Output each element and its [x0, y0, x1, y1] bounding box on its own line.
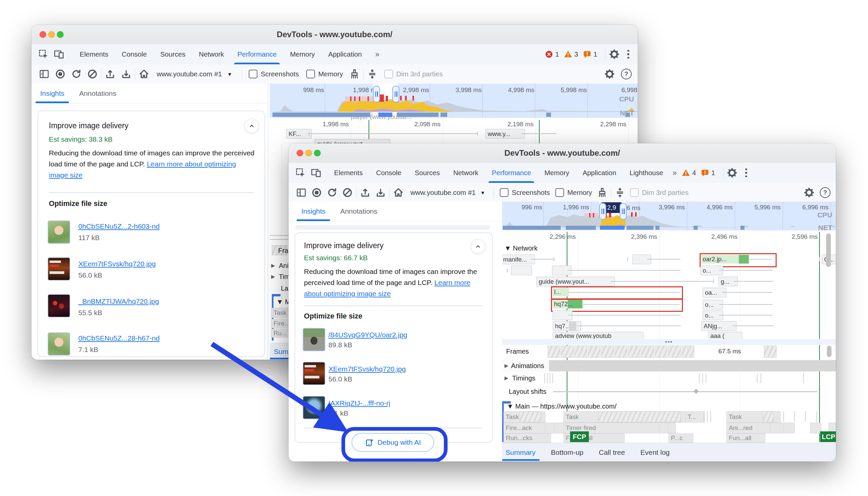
tab-application[interactable]: Application [322, 44, 369, 64]
network-request[interactable]: manife... [502, 254, 535, 264]
task-segment[interactable] [783, 423, 795, 433]
device-toolbar-icon[interactable] [311, 168, 321, 178]
error-count[interactable]: 1 [555, 50, 559, 58]
task-segment[interactable]: T... [685, 411, 705, 423]
network-request[interactable]: www.y... [485, 129, 525, 139]
tab-elements[interactable]: Elements [73, 44, 115, 64]
issues-count[interactable]: 1 [711, 169, 715, 177]
minimize-button[interactable] [48, 31, 55, 38]
garbage-collect-icon[interactable] [349, 69, 360, 79]
inspect-icon[interactable] [38, 49, 49, 60]
settings-gear-icon[interactable] [727, 168, 737, 178]
warning-count[interactable]: 3 [575, 50, 578, 58]
disclosure-triangle-icon[interactable]: ▶ [504, 375, 509, 381]
fcp-marker-badge[interactable]: FCP [570, 431, 589, 442]
network-request[interactable]: aaa ( [708, 332, 742, 340]
help-icon[interactable]: ? [820, 187, 831, 198]
dim-3rd-parties-checkbox[interactable] [630, 188, 639, 197]
vertical-scrollbar[interactable] [826, 233, 831, 267]
settings-gear-icon[interactable] [804, 187, 815, 198]
network-request[interactable] [511, 266, 532, 275]
zoom-button[interactable] [57, 31, 64, 38]
clear-icon[interactable] [87, 69, 98, 79]
issues-badge-icon[interactable] [583, 50, 592, 59]
record-icon[interactable] [311, 187, 322, 198]
collapse-rows-icon[interactable] [615, 187, 625, 198]
range-handle-right[interactable] [392, 86, 399, 103]
screenshots-checkbox[interactable] [500, 188, 509, 197]
network-request-oar2[interactable]: oar2.jp... [701, 255, 740, 264]
task-segment[interactable]: Ani...red [726, 423, 772, 433]
minimize-button[interactable] [305, 150, 312, 156]
error-badge-icon[interactable] [545, 50, 553, 59]
tab-insights[interactable]: Insights [301, 207, 325, 215]
task-segment[interactable] [554, 423, 564, 433]
network-request[interactable]: ANjg... [701, 321, 737, 331]
network-request[interactable]: guide (www.yout... [536, 277, 615, 286]
panel-left-icon[interactable] [39, 69, 50, 79]
titlebar[interactable]: DevTools - www.youtube.com/ [31, 25, 638, 45]
issues-badge-icon[interactable] [701, 169, 709, 177]
tab-memory[interactable]: Memory [283, 44, 321, 64]
download-icon[interactable] [375, 187, 386, 198]
download-icon[interactable] [121, 69, 131, 79]
file-link[interactable]: _BnBMZTlJWA/hq720.jpg [78, 297, 159, 306]
range-handle-right[interactable] [620, 203, 627, 220]
clear-icon[interactable] [342, 187, 353, 198]
task-segment[interactable]: Fire...ack [503, 423, 548, 433]
tab-performance[interactable]: Performance [485, 163, 537, 183]
tab-summary[interactable]: Summary [505, 448, 535, 456]
tab-lighthouse[interactable]: Lighthouse [623, 163, 670, 183]
network-request[interactable]: KF... [286, 129, 312, 139]
kebab-menu-icon[interactable] [743, 169, 750, 177]
tab-network[interactable]: Network [447, 163, 485, 183]
upload-icon[interactable] [105, 69, 115, 79]
tab-application[interactable]: Application [576, 163, 623, 183]
collapse-chevron-icon[interactable] [244, 119, 259, 133]
collapsed-insight-bar[interactable] [295, 225, 490, 230]
file-link[interactable]: 0hCbSENu5Z...28-h67-nd [78, 334, 160, 342]
lcp-marker-badge[interactable]: LCP [820, 431, 836, 442]
close-button[interactable] [296, 150, 303, 156]
range-handle-left[interactable] [373, 86, 380, 103]
target-selector[interactable]: www.youtube.com #1 [411, 188, 476, 197]
memory-checkbox[interactable] [555, 188, 564, 197]
task-segment[interactable]: P...c [669, 433, 693, 443]
help-icon[interactable]: ? [621, 69, 632, 79]
inspect-icon[interactable] [295, 168, 306, 178]
tab-network[interactable]: Network [192, 44, 231, 64]
file-link[interactable]: /84USvqG9YQU/oar2.jpg [328, 331, 407, 339]
more-rows-indicator[interactable]: ••• [502, 339, 836, 345]
task-segment[interactable] [668, 423, 676, 433]
network-request-i[interactable]: I... [553, 288, 569, 296]
chevron-down-icon[interactable]: ▼ [480, 190, 485, 196]
task-segment[interactable]: Run...cks [503, 433, 551, 443]
tab-console[interactable]: Console [369, 163, 408, 183]
settings-gear-icon[interactable] [609, 49, 620, 60]
tab-performance[interactable]: Performance [231, 44, 283, 64]
tab-elements[interactable]: Elements [327, 163, 369, 183]
reload-icon[interactable] [327, 187, 337, 198]
reload-icon[interactable] [71, 69, 82, 79]
network-request[interactable]: adview (www.youtub [553, 332, 643, 340]
home-icon[interactable] [393, 187, 404, 198]
target-selector[interactable]: www.youtube.com #1 [157, 70, 222, 78]
file-link[interactable]: 0hCbSENu5Z...2-h603-nd [78, 222, 160, 230]
zoom-button[interactable] [314, 150, 321, 156]
tab-sources[interactable]: Sources [408, 163, 447, 183]
collapse-chevron-icon[interactable] [471, 239, 485, 254]
chevron-down-icon[interactable]: ▼ [227, 71, 232, 77]
task-segment[interactable] [810, 423, 821, 433]
upload-icon[interactable] [360, 187, 371, 198]
tab-sources[interactable]: Sources [154, 44, 192, 64]
screenshots-checkbox[interactable] [249, 69, 257, 78]
more-tabs-button[interactable]: » [369, 44, 386, 64]
tab-insights[interactable]: Insights [40, 89, 64, 97]
tab-annotations[interactable]: Annotations [340, 207, 377, 215]
kebab-menu-icon[interactable] [625, 50, 632, 59]
dim-3rd-parties-checkbox[interactable] [384, 69, 393, 78]
issues-count[interactable]: 1 [594, 50, 597, 58]
file-link[interactable]: XEem7tFSvsk/hq720.jpg [328, 365, 406, 373]
tab-bottom-up[interactable]: Bottom-up [551, 448, 583, 456]
file-link[interactable]: IAXRiqZtJ-...fff-no-rj [328, 399, 390, 407]
